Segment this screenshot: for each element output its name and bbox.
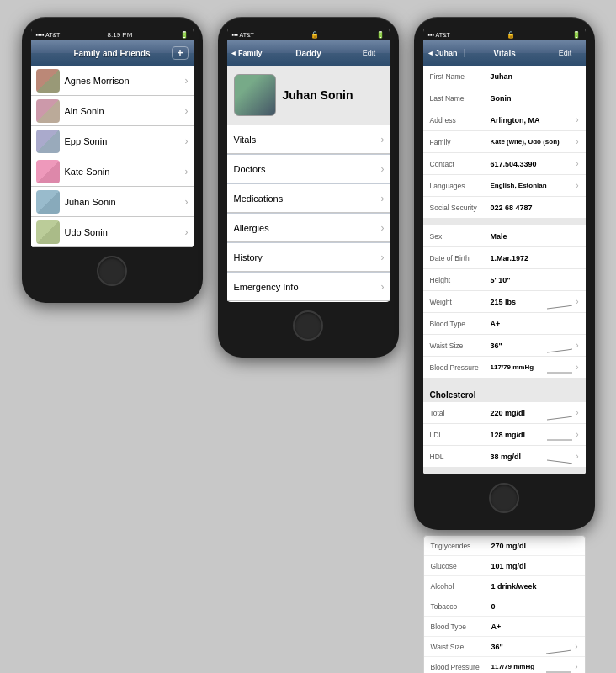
vitals-row[interactable]: Contact 617.504.3390 › (423, 153, 586, 175)
extra-row[interactable]: Waist Size 36" › (424, 637, 585, 657)
list-item[interactable]: Juhan Sonin › (31, 187, 194, 217)
chevron-right-icon: › (576, 137, 578, 146)
vitals-row[interactable]: Address Arlington, MA › (423, 109, 586, 131)
vitals-value: 215 lbs (491, 298, 548, 306)
vitals-label: Tobacco (431, 602, 491, 611)
profile-photo (234, 74, 276, 116)
nav-title-2: Daddy (268, 49, 349, 58)
trend-chart (546, 644, 571, 650)
vitals-label: Waist Size (431, 643, 491, 651)
home-button[interactable] (489, 483, 519, 513)
vitals-value: 117/79 mmHg (491, 663, 547, 670)
vitals-value: 220 mg/dl (491, 409, 548, 417)
chevron-right-icon: › (575, 662, 577, 671)
chevron-right-icon: › (185, 105, 189, 117)
chevron-right-icon: › (381, 193, 385, 204)
contact-name: Udo Sonin (65, 227, 189, 237)
status-bar-1: ▪▪▪▪ AT&T 8:19 PM 🔋 (31, 29, 194, 40)
vitals-label: First Name (430, 72, 491, 81)
vitals-row[interactable]: Family Kate (wife), Udo (son) › (423, 131, 586, 153)
profile-header: Juhan Sonin (227, 66, 390, 125)
home-button[interactable] (97, 256, 127, 286)
extra-row: Tobacco 0 (424, 596, 585, 617)
extra-row[interactable]: Blood Pressure 117/79 mmHg › (424, 657, 585, 673)
vitals-section-physical: Sex Male Date of Birth 1.Mar.1972 Height… (423, 225, 586, 379)
vitals-label: Glucose (431, 562, 491, 570)
chevron-right-icon: › (381, 252, 385, 263)
vitals-row[interactable]: LDL 128 mg/dl › (423, 424, 586, 446)
vitals-value: Juhan (491, 72, 579, 81)
add-contact-button[interactable]: + (172, 46, 188, 60)
vitals-row[interactable]: Total 220 mg/dl › (423, 402, 586, 424)
menu-item-history[interactable]: History › (227, 243, 390, 272)
vitals-value: 128 mg/dl (491, 431, 548, 439)
chevron-right-icon: › (185, 75, 189, 87)
battery-icon: 🔋 (376, 31, 385, 39)
vitals-label: Height (430, 276, 491, 284)
extra-row: Blood Type A+ (424, 617, 585, 637)
list-item[interactable]: Ain Sonin › (31, 96, 194, 126)
chevron-right-icon: › (576, 181, 578, 190)
vitals-label: Last Name (430, 94, 491, 103)
chevron-right-icon: › (185, 196, 189, 208)
list-item[interactable]: Epp Sonin › (31, 126, 194, 156)
menu-item-medications[interactable]: Medications › (227, 184, 390, 213)
signal-icon: ▪▪▪ AT&T (428, 32, 450, 38)
extra-row: Triglycerides 270 mg/dl (424, 536, 585, 556)
signal-icon: ▪▪▪ AT&T (232, 32, 254, 38)
time-display: 8:19 PM (108, 31, 133, 39)
menu-item-allergies[interactable]: Allergies › (227, 214, 390, 242)
vitals-value: 117/79 mmHg (491, 363, 548, 371)
vitals-value: 101 mg/dl (491, 562, 578, 570)
back-button[interactable]: ◂ Juhan (423, 49, 465, 57)
nav-title-3: Vitals (465, 49, 545, 58)
chevron-right-icon: › (185, 226, 189, 238)
signal-icon: ▪▪▪▪ AT&T (36, 32, 61, 38)
back-arrow-icon: ◂ (428, 49, 433, 57)
iphone-3: ▪▪▪ AT&T 🔒 🔋 ◂ Juhan Vitals Edit First N… (414, 17, 595, 530)
trend-chart (547, 364, 572, 371)
menu-item-emergency[interactable]: Emergency Info › (227, 273, 390, 301)
vitals-row: Height 5' 10" (423, 269, 586, 291)
vitals-label: Contact (430, 160, 491, 168)
edit-button[interactable]: Edit (349, 49, 390, 57)
vitals-row[interactable]: Blood Pressure 117/79 mmHg › (423, 357, 586, 379)
battery-icon: 🔋 (572, 31, 581, 39)
chevron-right-icon: › (576, 430, 578, 439)
vitals-row: Social Security 022 68 4787 (423, 197, 586, 219)
vitals-row[interactable]: Languages English, Estonian › (423, 175, 586, 197)
vitals-value: Male (491, 232, 579, 241)
chevron-right-icon: › (576, 297, 578, 306)
vitals-value: 38 mg/dl (491, 453, 548, 461)
vitals-value: 022 68 4787 (491, 204, 579, 212)
menu-item-vitals[interactable]: Vitals › (227, 125, 390, 154)
vitals-row[interactable]: Weight 215 lbs › (423, 291, 586, 313)
profile-name: Juhan Sonin (283, 88, 353, 102)
vitals-value: A+ (491, 623, 578, 631)
vitals-row: Blood Type A+ (423, 313, 586, 335)
vitals-value: Kate (wife), Udo (son) (491, 138, 576, 146)
nav-bar-2: ◂ Family Daddy Edit (227, 40, 390, 66)
edit-button[interactable]: Edit (545, 49, 586, 57)
back-button[interactable]: ◂ Family (227, 49, 268, 57)
list-item[interactable]: Udo Sonin › (31, 217, 194, 247)
chevron-right-icon: › (575, 642, 577, 651)
chevron-right-icon: › (381, 281, 385, 293)
contact-name: Kate Sonin (65, 167, 189, 177)
contact-name: Epp Sonin (65, 136, 189, 146)
vitals-row[interactable]: HDL 38 mg/dl › (423, 446, 586, 468)
extra-row: Alcohol 1 drink/week (424, 576, 585, 596)
home-button[interactable] (293, 310, 323, 341)
chevron-right-icon: › (576, 363, 578, 372)
vitals-section-cholesterol: Total 220 mg/dl › LDL 128 mg/dl › HDL 38… (423, 402, 586, 468)
chevron-right-icon: › (576, 408, 578, 417)
list-item[interactable]: Kate Sonin › (31, 156, 194, 187)
vitals-label: Date of Birth (430, 254, 491, 262)
chevron-right-icon: › (576, 115, 578, 125)
contact-name: Juhan Sonin (65, 197, 189, 207)
menu-label: Emergency Info (234, 282, 299, 292)
menu-item-doctors[interactable]: Doctors › (227, 155, 390, 183)
vitals-row[interactable]: Waist Size 36" › (423, 335, 586, 357)
vitals-label: LDL (430, 431, 491, 439)
list-item[interactable]: Agnes Morrison › (31, 66, 194, 96)
